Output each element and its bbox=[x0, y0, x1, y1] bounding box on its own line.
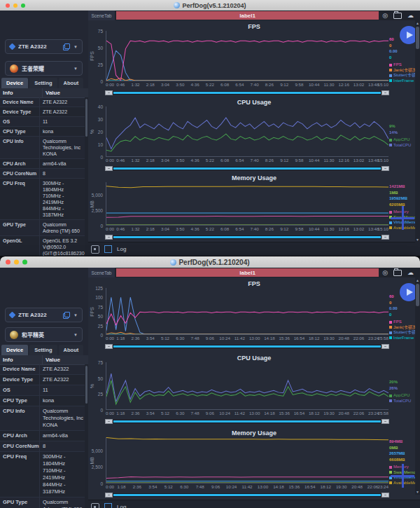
close-button[interactable] bbox=[6, 260, 10, 265]
slider-handle-right[interactable] bbox=[382, 493, 389, 497]
x-tick: 7:48 bbox=[196, 484, 204, 489]
slider-handle-left[interactable] bbox=[105, 493, 113, 497]
scroll-up-icon[interactable]: ▲ bbox=[415, 20, 420, 26]
x-tick: 1:32 bbox=[131, 226, 139, 231]
add-chart-icon[interactable] bbox=[391, 464, 414, 488]
legend-swatch-icon bbox=[389, 139, 392, 142]
range-slider[interactable] bbox=[106, 418, 388, 425]
range-slider[interactable] bbox=[106, 90, 388, 96]
range-slider[interactable] bbox=[106, 165, 388, 172]
zoom-button[interactable] bbox=[21, 4, 25, 8]
range-slider[interactable] bbox=[106, 343, 388, 350]
table-row: Device NameZTE A2322 bbox=[0, 97, 85, 107]
scroll-down-icon[interactable]: ▼ bbox=[415, 237, 420, 242]
zoom-button[interactable] bbox=[22, 260, 27, 265]
panel-toggle-icon[interactable] bbox=[91, 245, 99, 254]
scene-tab[interactable]: SceneTab bbox=[88, 11, 115, 20]
series-AvailableMe... bbox=[106, 186, 388, 188]
cloud-icon[interactable]: ☁ bbox=[407, 13, 414, 19]
plot-area[interactable] bbox=[106, 437, 388, 483]
sidebar-tabs: Device Setting About bbox=[1, 345, 83, 355]
plot-area[interactable] bbox=[106, 107, 388, 157]
scene-label[interactable]: label1 bbox=[116, 268, 379, 277]
sidebar-tabs: Device Setting About bbox=[1, 78, 83, 88]
log-checkbox[interactable] bbox=[104, 503, 112, 508]
plot-area[interactable] bbox=[106, 362, 388, 410]
y-tick: 25 bbox=[98, 323, 103, 328]
info-cell: GPU Type bbox=[0, 220, 39, 235]
slider-handle-left[interactable] bbox=[105, 344, 113, 349]
x-axis: 0:001:182:363:545:126:307:489:0610:2411:… bbox=[106, 411, 388, 417]
table-row: GPU TypeQualcomm Adreno (TM) 650 bbox=[0, 220, 85, 236]
close-button[interactable] bbox=[6, 4, 10, 8]
table-header: Info Value bbox=[0, 88, 88, 98]
chevron-down-icon[interactable]: ▼ bbox=[74, 67, 78, 71]
scene-tab[interactable]: SceneTab bbox=[88, 268, 115, 277]
x-tick: 3:54 bbox=[146, 336, 155, 341]
plot-area[interactable] bbox=[106, 31, 388, 81]
tab-device[interactable]: Device bbox=[1, 78, 28, 88]
x-tick: 9:06 bbox=[211, 484, 220, 489]
device-selector[interactable]: ZTE A2322 ▼ bbox=[5, 308, 83, 322]
value-cell: ZTE A2322 bbox=[39, 97, 85, 107]
info-cell: CPU CoreNum bbox=[0, 441, 39, 451]
record-icon[interactable]: ◎ bbox=[382, 13, 388, 19]
app-selector[interactable]: 和平精英 ▼ bbox=[5, 327, 83, 342]
x-tick: 0:46 bbox=[116, 82, 125, 87]
slider-handle-right[interactable] bbox=[382, 235, 389, 240]
chevron-down-icon[interactable]: ▼ bbox=[74, 333, 78, 337]
slider-handle-right[interactable] bbox=[382, 344, 389, 349]
record-icon[interactable]: ◎ bbox=[382, 270, 388, 276]
x-tick: 0:00 bbox=[106, 82, 114, 87]
slider-handle-left[interactable] bbox=[105, 166, 113, 171]
layers-icon[interactable] bbox=[63, 312, 70, 319]
folder-icon[interactable] bbox=[393, 270, 402, 276]
tab-setting[interactable]: Setting bbox=[29, 345, 57, 355]
range-slider[interactable] bbox=[106, 234, 388, 240]
series-AppCPU bbox=[106, 134, 388, 151]
log-checkbox[interactable] bbox=[104, 245, 112, 253]
scroll-up-icon[interactable]: ▲ bbox=[415, 277, 420, 283]
chevron-down-icon[interactable]: ▼ bbox=[74, 313, 78, 317]
layers-icon[interactable] bbox=[63, 43, 70, 50]
x-tick: 6:30 bbox=[176, 411, 184, 416]
range-slider[interactable] bbox=[106, 492, 388, 498]
legend-label: InterFrame bbox=[393, 336, 414, 341]
slider-handle-left[interactable] bbox=[105, 419, 113, 424]
plot-area[interactable] bbox=[106, 288, 388, 335]
cloud-icon[interactable]: ☁ bbox=[407, 270, 414, 276]
legend-swatch-icon bbox=[389, 64, 392, 67]
folder-icon[interactable] bbox=[393, 13, 402, 19]
minimize-button[interactable] bbox=[14, 260, 19, 265]
x-tick: 3:04 bbox=[161, 158, 169, 163]
table-row: CPU Typekona bbox=[0, 127, 85, 137]
vertical-scrollbar[interactable]: ▲ ▼ bbox=[415, 20, 420, 242]
x-tick: 0:00 bbox=[106, 336, 114, 341]
slider-handle-left[interactable] bbox=[105, 90, 113, 95]
panel-toggle-icon[interactable] bbox=[91, 503, 99, 508]
slider-handle-right[interactable] bbox=[382, 90, 389, 95]
app-selector[interactable]: 王者荣耀 ▼ bbox=[5, 61, 83, 76]
minimize-button[interactable] bbox=[13, 4, 18, 8]
y-tick: 0 bbox=[100, 333, 103, 338]
vertical-scrollbar[interactable]: ▲ ▼ bbox=[415, 277, 420, 495]
x-tick: 3:54 bbox=[146, 411, 155, 416]
plot-area[interactable] bbox=[106, 182, 388, 226]
scene-label[interactable]: label1 bbox=[116, 11, 379, 20]
add-chart-icon[interactable] bbox=[391, 206, 414, 230]
slider-handle-right[interactable] bbox=[382, 166, 389, 171]
tab-about[interactable]: About bbox=[59, 78, 84, 88]
slider-handle-left[interactable] bbox=[105, 235, 113, 240]
chevron-down-icon[interactable]: ▼ bbox=[74, 45, 78, 49]
table-row: Device TypeZTE A2322 bbox=[0, 107, 85, 117]
value-cell: OpenGL ES 3.2 V@0502.0 (GIT@16c8186230 bbox=[39, 236, 85, 256]
tab-about[interactable]: About bbox=[59, 345, 84, 355]
device-selector[interactable]: ZTE A2322 ▼ bbox=[5, 39, 83, 54]
tab-setting[interactable]: Setting bbox=[29, 78, 57, 88]
info-cell: Device Name bbox=[0, 97, 39, 107]
value-cell: kona bbox=[39, 396, 85, 406]
scroll-down-icon[interactable]: ▼ bbox=[415, 489, 420, 495]
x-tick: 0:00 bbox=[106, 411, 114, 416]
tab-device[interactable]: Device bbox=[1, 345, 28, 355]
slider-handle-right[interactable] bbox=[382, 419, 389, 424]
